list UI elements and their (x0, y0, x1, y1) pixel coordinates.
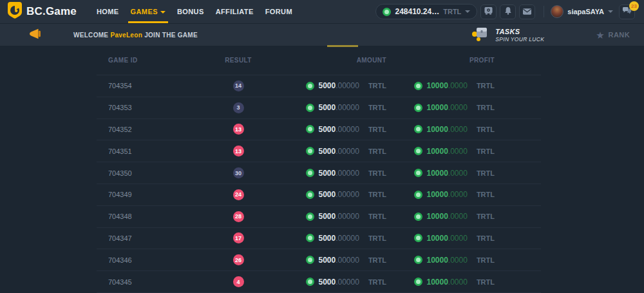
result-cell: 3 (196, 102, 280, 113)
result-cell: 30 (196, 167, 280, 178)
welcome-message: WELCOME PaveLeon JOIN THE GAME (73, 32, 198, 39)
messages-button[interactable] (519, 5, 535, 19)
vault-button[interactable] (480, 5, 497, 19)
amount-cell: 5000.00000 TRTL (280, 81, 412, 90)
trtl-coin-icon (306, 104, 314, 112)
main-content: GAME ID RESULT AMOUNT PROFIT 704354 14 5… (0, 46, 644, 293)
table-row[interactable]: 704349 24 5000.00000 TRTL 10000.0000 TRT… (97, 184, 541, 206)
nav-item-forum[interactable]: FORUM (260, 0, 298, 23)
table-row[interactable]: 704348 28 5000.00000 TRTL 10000.0000 TRT… (97, 206, 541, 228)
nav-item-label: HOME (97, 8, 119, 15)
currency-label: TRTL (368, 256, 386, 264)
result-badge: 17 (233, 232, 244, 243)
table-row[interactable]: 704345 4 5000.00000 TRTL 10000.0000 TRTL (97, 271, 541, 293)
nav-item-home[interactable]: HOME (91, 0, 125, 23)
result-cell: 24 (196, 189, 280, 200)
star-icon: ★ (596, 30, 604, 40)
currency-label: TRTL (477, 256, 495, 264)
table-row[interactable]: 704353 3 5000.00000 TRTL 10000.0000 TRTL (97, 97, 541, 119)
trtl-coin-icon (414, 169, 422, 177)
result-cell: 28 (196, 211, 280, 222)
result-cell: 4 (196, 276, 280, 287)
balance-currency: TRTL (443, 8, 461, 15)
trtl-coin-icon (414, 278, 422, 286)
currency-label: TRTL (477, 126, 495, 133)
result-cell: 17 (196, 232, 280, 243)
amount-cell: 5000.00000 TRTL (280, 103, 412, 112)
trtl-coin-icon (414, 191, 422, 199)
trtl-coin-icon (414, 256, 422, 264)
rank-label: RANK (609, 31, 630, 39)
currency-label: TRTL (477, 234, 495, 242)
profit-cell: 10000.0000 TRTL (412, 147, 541, 156)
profit-cell: 10000.0000 TRTL (412, 125, 541, 134)
currency-label: TRTL (368, 191, 386, 198)
tasks-subtitle: SPIN YOUR LUCK (495, 36, 544, 43)
currency-label: TRTL (477, 104, 495, 111)
result-badge: 30 (233, 167, 244, 178)
table-row[interactable]: 704350 30 5000.00000 TRTL 10000.0000 TRT… (97, 162, 541, 184)
nav-item-games[interactable]: GAMES (125, 0, 171, 23)
rank-widget[interactable]: ★ RANK (596, 30, 630, 40)
notifications-button[interactable] (500, 5, 516, 19)
welcome-username: PaveLeon (110, 32, 142, 39)
nav-item-label: GAMES (131, 8, 158, 15)
chat-button[interactable]: 23 (619, 5, 635, 19)
currency-label: TRTL (477, 169, 495, 177)
result-badge: 14 (233, 80, 244, 91)
chevron-down-icon (608, 10, 613, 13)
user-menu[interactable]: siapaSAYA (551, 5, 613, 18)
currency-label: TRTL (368, 82, 386, 90)
brand-logo[interactable]: BC.Game (8, 2, 77, 21)
trtl-coin-icon (383, 8, 391, 16)
game-id-cell: 704349 (97, 191, 196, 198)
table-row[interactable]: 704351 13 5000.00000 TRTL 10000.0000 TRT… (97, 140, 541, 162)
table-header-row: GAME ID RESULT AMOUNT PROFIT (97, 46, 541, 75)
currency-label: TRTL (368, 104, 386, 111)
result-badge: 24 (233, 189, 244, 200)
main-nav: HOME GAMES BONUS AFFILIATE FORUM (91, 0, 298, 23)
table-body: 704354 14 5000.00000 TRTL 10000.0000 TRT… (97, 75, 541, 293)
amount-cell: 5000.00000 TRTL (280, 256, 412, 265)
megaphone-icon (29, 28, 43, 42)
tasks-widget[interactable]: TASKS SPIN YOUR LUCK (471, 26, 544, 44)
game-id-cell: 704345 (97, 278, 196, 286)
active-tab-indicator (327, 45, 358, 47)
table-row[interactable]: 704347 17 5000.00000 TRTL 10000.0000 TRT… (97, 228, 541, 250)
chat-unread-badge: 23 (629, 1, 639, 11)
profit-cell: 10000.0000 TRTL (412, 169, 541, 178)
amount-cell: 5000.00000 TRTL (280, 169, 412, 178)
currency-label: TRTL (477, 147, 495, 155)
tasks-labels: TASKS SPIN YOUR LUCK (495, 28, 544, 43)
currency-label: TRTL (368, 169, 386, 177)
tasks-chest-icon (471, 26, 489, 44)
header-amount: AMOUNT (280, 57, 412, 64)
result-badge: 26 (233, 254, 244, 265)
game-id-cell: 704347 (97, 234, 196, 242)
table-row[interactable]: 704346 26 5000.00000 TRTL 10000.0000 TRT… (97, 249, 541, 271)
balance-amount: 248410.24… (395, 7, 439, 16)
game-id-cell: 704353 (97, 104, 196, 111)
announcement-bar: WELCOME PaveLeon JOIN THE GAME TASKS SPI… (0, 23, 644, 46)
currency-label: TRTL (368, 147, 386, 155)
amount-cell: 5000.00000 TRTL (280, 125, 412, 134)
table-row[interactable]: 704354 14 5000.00000 TRTL 10000.0000 TRT… (97, 75, 541, 97)
trtl-coin-icon (414, 234, 422, 242)
result-badge: 28 (233, 211, 244, 222)
trtl-coin-icon (414, 213, 422, 221)
nav-item-bonus[interactable]: BONUS (171, 0, 210, 23)
game-id-cell: 704351 (97, 147, 196, 155)
currency-label: TRTL (368, 213, 386, 220)
amount-cell: 5000.00000 TRTL (280, 212, 412, 221)
amount-cell: 5000.00000 TRTL (280, 234, 412, 243)
nav-item-label: BONUS (177, 8, 204, 15)
game-id-cell: 704348 (97, 213, 196, 220)
nav-item-affiliate[interactable]: AFFILIATE (210, 0, 260, 23)
game-id-cell: 704350 (97, 169, 196, 177)
bcgame-logo-icon (8, 2, 22, 21)
currency-label: TRTL (368, 278, 386, 286)
amount-cell: 5000.00000 TRTL (280, 278, 412, 287)
trtl-coin-icon (306, 234, 314, 242)
table-row[interactable]: 704352 13 5000.00000 TRTL 10000.0000 TRT… (97, 119, 541, 141)
balance-selector[interactable]: 248410.24… TRTL (375, 4, 477, 19)
